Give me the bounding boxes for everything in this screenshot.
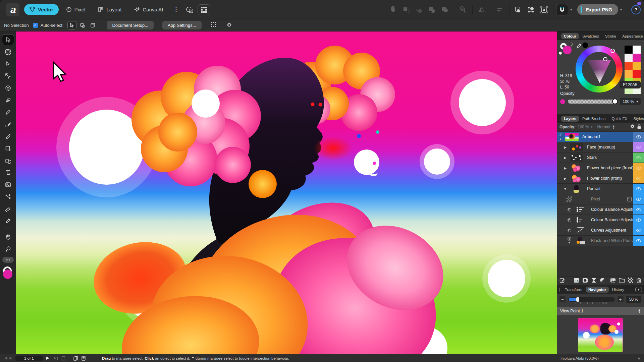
favourite-star-icon[interactable]: ★ (637, 356, 641, 361)
fx-icon[interactable]: FX (574, 278, 579, 284)
layer-row-portrait[interactable]: ▼ Portrait (557, 184, 644, 194)
tab-stroke[interactable]: Stroke (602, 33, 619, 39)
move-tool[interactable] (2, 34, 14, 45)
layer-thumbnail[interactable] (570, 174, 583, 183)
crop-view-icon[interactable] (539, 5, 549, 15)
expand-chevron[interactable]: ▶ (561, 173, 569, 183)
app-settings-button[interactable]: App Settings... (162, 21, 202, 29)
swatch[interactable] (625, 62, 633, 70)
zoom-out-button[interactable]: − (559, 296, 566, 302)
layer-row-adjustment[interactable]: Colour Balance Adjustmen (557, 215, 644, 225)
layer-thumbnail[interactable] (570, 184, 583, 193)
boolean-combine-icon[interactable] (440, 5, 450, 15)
swatch[interactable] (633, 62, 641, 70)
artboard-grid-icon[interactable]: #▾ (557, 132, 564, 142)
tab-layers[interactable]: Layers (561, 116, 579, 122)
layer-visibility-cell[interactable] (633, 153, 644, 163)
place-image-tool[interactable] (2, 179, 14, 190)
zoom-tool[interactable] (2, 243, 14, 254)
add-node-tool[interactable] (2, 191, 14, 202)
zoom-slider-knob[interactable] (576, 297, 579, 302)
edit-all-layers-icon[interactable] (514, 5, 524, 15)
layer-row-pixel[interactable]: Pixel (557, 194, 644, 204)
tab-navigator[interactable]: Navigator (586, 287, 609, 293)
page-list-icon[interactable] (82, 356, 86, 361)
select-object-mode-icon[interactable] (78, 21, 87, 29)
boolean-add-icon[interactable] (389, 5, 399, 15)
collapse-chevron[interactable]: ▼ (561, 184, 569, 194)
navigator-preview[interactable] (578, 318, 623, 352)
layer-name[interactable]: Curves Adjustment (588, 225, 633, 235)
fill-swatch[interactable] (563, 46, 572, 54)
gear-icon[interactable] (226, 22, 232, 29)
picked-colour-swatch[interactable] (582, 42, 588, 48)
view-point-row[interactable]: View Point 1 ▲▼ (557, 307, 644, 315)
layer-row-bw-portrait[interactable]: ▾ Black-and-White Portrai... (557, 236, 644, 246)
snapping-magnet-icon[interactable] (556, 4, 568, 15)
grid-presets-icon[interactable] (198, 4, 210, 15)
expand-chevron[interactable]: ▶ (561, 142, 569, 152)
layer-visibility-cell[interactable] (633, 204, 644, 215)
opacity-chevron[interactable]: ▾ (591, 125, 593, 129)
hue-selector[interactable] (610, 49, 615, 53)
layer-row-adjustment[interactable]: Curves Adjustment (557, 225, 644, 236)
hex-input[interactable]: E120A5 (620, 81, 641, 88)
opacity-slider-knob[interactable] (612, 99, 618, 104)
tab-appearance[interactable]: Appearance (620, 33, 644, 39)
layer-visibility-cell[interactable] (633, 236, 644, 246)
place-image-icon[interactable] (610, 278, 616, 284)
panel-collapse-chevron[interactable]: ▼ (635, 287, 642, 292)
layer-visibility-cell[interactable] (633, 142, 644, 152)
shape-tool[interactable] (2, 143, 14, 154)
first-page-icon[interactable] (3, 356, 12, 360)
persona-tab-vector[interactable]: Vector (24, 4, 59, 15)
layer-thumbnail[interactable] (570, 154, 583, 162)
marquee-tool[interactable] (2, 46, 14, 57)
blend-mode-value[interactable]: Normal (597, 125, 610, 129)
snapping-dropdown-chevron[interactable]: ▾ (570, 8, 572, 11)
persona-tab-layout[interactable]: Layout (93, 4, 127, 15)
export-dropdown-chevron[interactable]: ▾ (620, 8, 622, 11)
measure-tool[interactable] (2, 203, 14, 214)
shape-builder-tool[interactable] (2, 155, 14, 166)
export-button[interactable]: Export PNG (577, 4, 618, 15)
zoom-in-button[interactable]: + (618, 296, 624, 302)
pencil-tool[interactable] (2, 107, 14, 118)
expand-chevron[interactable]: ▶ (561, 163, 569, 173)
layer-name[interactable]: Black-and-White Portrai... (588, 236, 633, 246)
zoom-slider[interactable] (568, 297, 615, 302)
fill-stroke-indicator[interactable]: ⤸ (560, 43, 574, 56)
tab-colour[interactable]: Colour (561, 33, 579, 39)
power-duplicate-icon[interactable] (458, 5, 468, 15)
layer-row[interactable]: ▶ Face (makeup) (557, 142, 644, 153)
swap-fill-stroke-icon[interactable]: ⤸ (571, 42, 573, 47)
layers-opacity-value[interactable]: 100 % (578, 125, 589, 129)
delete-layer-icon[interactable] (636, 278, 641, 284)
boolean-intersect-icon[interactable] (414, 5, 424, 15)
last-page-icon[interactable] (53, 356, 58, 360)
page-icon[interactable] (61, 356, 65, 361)
hand-tool[interactable] (2, 231, 14, 242)
more-tools-button[interactable]: ••• (2, 257, 14, 263)
vector-brush-tool[interactable] (2, 119, 14, 130)
tab-swatches[interactable]: Swatches (580, 33, 602, 39)
contour-tool[interactable] (2, 82, 14, 94)
layer-row[interactable]: ▶ Flower cloth (front) (557, 173, 644, 184)
boolean-subtract-icon[interactable] (401, 5, 412, 15)
panel-grip[interactable] (559, 288, 560, 292)
tab-quick-fx[interactable]: Quick FX (609, 116, 630, 122)
zoom-value[interactable]: 50 % (626, 296, 641, 303)
layer-name[interactable]: Flower cloth (front) (584, 173, 633, 183)
layer-visibility-cell[interactable] (633, 184, 644, 194)
point-transform-tool[interactable] (2, 70, 14, 81)
swatch[interactable] (633, 70, 641, 78)
layer-visibility-cell[interactable] (633, 194, 644, 204)
layer-visibility-cell[interactable] (633, 173, 644, 183)
swatch[interactable] (625, 70, 633, 78)
blend-stepper[interactable]: ▲▼ (612, 125, 615, 129)
layer-thumbnail[interactable] (570, 164, 583, 172)
insert-target-icon[interactable] (526, 5, 536, 15)
pages-icon[interactable] (73, 356, 78, 361)
expand-chevron[interactable]: ▶ (561, 153, 569, 163)
select-cursor-mode-icon[interactable] (67, 21, 76, 29)
